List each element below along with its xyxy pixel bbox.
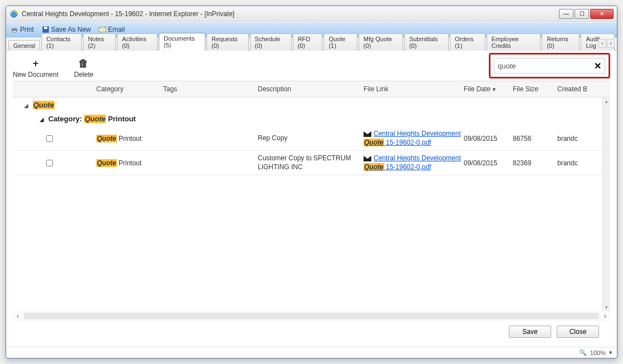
file-link-2[interactable]: Quote 15-19602-0.pdf — [364, 139, 431, 146]
clear-search-icon[interactable]: ✕ — [594, 61, 601, 71]
mail-icon — [364, 131, 371, 137]
zoom-level[interactable]: 100% — [590, 350, 606, 356]
delete-label: Delete — [74, 71, 94, 78]
email-button[interactable]: Email — [99, 26, 125, 33]
cell-file-link: Central Heights Development Quote 15-196… — [364, 154, 464, 171]
group-prefix: Category: — [48, 115, 84, 123]
window-controls: — ☐ ✕ — [559, 9, 614, 19]
cell-file-size: 82369 — [513, 159, 557, 167]
titlebar: Central Heights Development - 15-19602 -… — [6, 6, 617, 22]
tab-quote[interactable]: Quote (1) — [323, 33, 357, 51]
scroll-left-icon[interactable]: ‹ — [13, 312, 23, 320]
tab-orders[interactable]: Orders (1) — [450, 33, 485, 51]
cell-file-date: 09/08/2015 — [464, 159, 513, 167]
table-row[interactable]: Quote Printout Customer Copy to SPECTRUM… — [13, 151, 610, 175]
cell-description: Rep Copy — [258, 134, 364, 143]
tab-notes[interactable]: Notes (2) — [83, 33, 116, 51]
email-icon — [99, 26, 106, 33]
horizontal-scrollbar[interactable]: ‹ › — [13, 311, 610, 321]
col-file-size[interactable]: File Size — [513, 85, 557, 93]
close-window-button[interactable]: ✕ — [590, 9, 614, 19]
tab-rfd[interactable]: RFD (0) — [293, 33, 323, 51]
tabs-nav: ‹ › — [599, 39, 615, 48]
print-label: Print — [20, 26, 34, 33]
group-suffix: Printout — [106, 115, 135, 123]
grid-header: Category Tags Description File Link File… — [13, 81, 610, 97]
cell-category: Quote Printout — [96, 159, 163, 167]
zoom-icon[interactable]: 🔍 — [579, 349, 587, 356]
tabs-row: General Contacts (1) Notes (2) Activitie… — [6, 37, 617, 51]
sort-desc-icon: ▼ — [492, 87, 497, 92]
new-document-label: New Document — [13, 71, 58, 78]
cell-file-size: 86756 — [513, 135, 557, 142]
delete-button[interactable]: 🗑 Delete — [74, 58, 94, 78]
cell-file-link: Central Heights Development Quote 15-196… — [364, 130, 464, 147]
search-highlight-frame: ✕ — [489, 53, 610, 78]
group-quote-label: Quote — [33, 101, 55, 109]
new-document-button[interactable]: + New Document — [13, 58, 58, 78]
table-row[interactable]: Quote Printout Rep Copy Central Heights … — [13, 126, 610, 151]
row-checkbox[interactable] — [46, 135, 53, 142]
svg-rect-2 — [13, 27, 16, 28]
scroll-up-icon[interactable]: ▴ — [603, 97, 610, 105]
zoom-dropdown-icon[interactable]: ▾ — [609, 349, 612, 356]
search-box: ✕ — [494, 58, 605, 73]
status-bar: 🔍 100% ▾ — [6, 347, 617, 358]
tab-mfg-quote[interactable]: Mfg Quote (0) — [359, 33, 403, 51]
print-icon — [11, 26, 18, 33]
collapse-icon[interactable]: ◢ — [24, 102, 28, 109]
save-button[interactable]: Save — [509, 326, 551, 338]
plus-icon: + — [33, 58, 39, 70]
trash-icon: 🗑 — [79, 58, 89, 70]
footer: Save Close — [13, 321, 610, 342]
tab-general[interactable]: General — [8, 40, 40, 51]
cell-description: Customer Copy to SPECTRUM LIGHTING INC — [258, 154, 364, 171]
col-category[interactable]: Category — [96, 85, 163, 93]
tab-contacts[interactable]: Contacts (1) — [41, 33, 82, 51]
minimize-button[interactable]: — — [559, 9, 573, 19]
window-title: Central Heights Development - 15-19602 -… — [22, 10, 559, 18]
col-file-date[interactable]: File Date▼ — [464, 85, 513, 93]
file-link-2[interactable]: Quote 15-19602-0.pdf — [364, 163, 431, 171]
vertical-scrollbar[interactable]: ▴ ▾ — [602, 97, 610, 311]
collapse-icon[interactable]: ◢ — [40, 116, 44, 122]
tabs-next-icon[interactable]: › — [607, 39, 615, 48]
tabs-prev-icon[interactable]: ‹ — [599, 39, 606, 48]
grid-body: ◢ Quote ◢ Category: Quote Printout Quote… — [13, 97, 610, 311]
content-area: + New Document 🗑 Delete ✕ Category Tags … — [6, 51, 617, 347]
email-label: Email — [108, 26, 125, 33]
tab-submittals[interactable]: Submittals (0) — [404, 33, 449, 51]
ie-icon — [9, 9, 18, 18]
tab-employee-credits[interactable]: Employee Credits — [487, 33, 541, 51]
svg-rect-3 — [13, 31, 16, 32]
app-window: Central Heights Development - 15-19602 -… — [6, 6, 617, 358]
search-input[interactable] — [498, 62, 594, 70]
action-row: + New Document 🗑 Delete ✕ — [13, 55, 610, 81]
tab-returns[interactable]: Returns (0) — [542, 33, 580, 51]
scroll-track[interactable] — [24, 313, 599, 319]
group-hl: Quote — [84, 115, 106, 123]
col-file-link[interactable]: File Link — [364, 85, 464, 93]
group-quote[interactable]: ◢ Quote — [13, 97, 610, 111]
maximize-button[interactable]: ☐ — [575, 9, 589, 19]
tab-requests[interactable]: Requests (0) — [207, 33, 249, 51]
close-button[interactable]: Close — [557, 326, 599, 338]
svg-rect-5 — [44, 27, 47, 29]
tab-activities[interactable]: Activities (0) — [117, 33, 158, 51]
save-icon — [42, 26, 50, 33]
scroll-right-icon[interactable]: › — [600, 312, 610, 320]
tab-documents[interactable]: Documents (5) — [159, 33, 205, 51]
col-description[interactable]: Description — [258, 85, 364, 93]
file-link[interactable]: Central Heights Development — [374, 130, 461, 137]
print-button[interactable]: Print — [11, 26, 34, 33]
col-tags[interactable]: Tags — [163, 85, 258, 93]
tab-schedule[interactable]: Schedule (0) — [250, 33, 292, 51]
file-link[interactable]: Central Heights Development — [374, 154, 461, 162]
scroll-down-icon[interactable]: ▾ — [603, 303, 610, 311]
group-category-quote-printout[interactable]: ◢ Category: Quote Printout — [13, 111, 610, 126]
cell-file-date: 09/08/2015 — [464, 135, 513, 142]
col-created-by[interactable]: Created B — [557, 85, 610, 93]
cell-category: Quote Printout — [96, 135, 163, 142]
row-checkbox[interactable] — [46, 160, 53, 166]
save-as-new-button[interactable]: Save As New — [42, 26, 91, 33]
